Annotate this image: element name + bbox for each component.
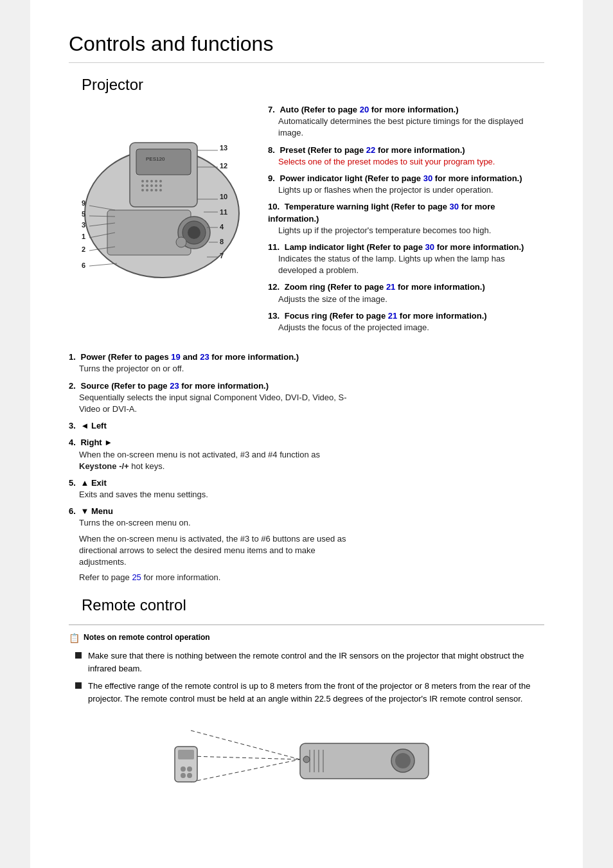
remote-svg — [172, 718, 441, 801]
bullet-text-2: The effective range of the remote contro… — [88, 680, 544, 705]
svg-point-56 — [187, 766, 192, 772]
item-10: 10. Temperature warning light (Refer to … — [268, 201, 544, 236]
svg-point-58 — [187, 773, 192, 778]
svg-point-13 — [141, 189, 144, 191]
svg-point-7 — [159, 180, 162, 182]
svg-point-11 — [155, 184, 157, 187]
item-5: 5. ▲ Exit Exits and saves the menu setti… — [69, 477, 351, 500]
svg-text:10: 10 — [220, 193, 227, 200]
item-2: 2. Source (Refer to page 23 for more inf… — [69, 380, 351, 416]
remote-diagram-area — [69, 718, 544, 801]
projector-diagram-area: PES120 13 12 10 11 — [69, 104, 255, 339]
svg-point-5 — [150, 180, 153, 182]
item-8: 8. Preset (Refer to page 22 for more inf… — [268, 145, 544, 168]
svg-text:7: 7 — [220, 252, 224, 260]
svg-point-65 — [395, 753, 411, 768]
link-20[interactable]: 20 — [360, 105, 369, 114]
link-21b[interactable]: 21 — [388, 311, 397, 321]
svg-point-23 — [176, 237, 186, 247]
link-23a[interactable]: 23 — [200, 352, 209, 362]
item-9: 9. Power indicator light (Refer to page … — [268, 173, 544, 196]
bullet-item-1: Make sure that there is nothing between … — [75, 650, 544, 675]
svg-text:4: 4 — [220, 223, 224, 231]
link-30c[interactable]: 30 — [425, 242, 434, 252]
remote-section: Remote control 📋 Notes on remote control… — [69, 596, 544, 801]
projector-svg: PES120 13 12 10 11 — [69, 104, 249, 294]
item-1: 1. Power (Refer to pages 19 and 23 for m… — [69, 351, 351, 375]
svg-text:5: 5 — [82, 210, 85, 218]
page-container: Controls and functions Projector — [30, 0, 583, 868]
item-13: 13. Focus ring (Refer to page 21 for mor… — [268, 310, 544, 333]
svg-point-55 — [181, 766, 186, 772]
svg-line-52 — [191, 759, 300, 782]
svg-point-6 — [155, 180, 157, 182]
left-items-section: 1. Power (Refer to pages 19 and 23 for m… — [69, 351, 351, 583]
bullet-icon-2 — [75, 682, 82, 689]
svg-text:11: 11 — [220, 208, 227, 216]
item-12: 12. Zoom ring (Refer to page 21 for more… — [268, 281, 544, 305]
svg-line-51 — [191, 756, 300, 759]
svg-point-17 — [159, 189, 162, 191]
notes-box: 📋 Notes on remote control operation — [69, 633, 544, 643]
item-7: 7. Auto (Refer to page 20 for more infor… — [268, 104, 544, 139]
link-22[interactable]: 22 — [366, 145, 375, 155]
remote-heading: Remote control — [82, 596, 544, 614]
svg-text:3: 3 — [82, 221, 85, 229]
svg-point-14 — [146, 189, 148, 191]
svg-point-15 — [150, 189, 153, 191]
svg-point-12 — [159, 184, 162, 187]
svg-point-22 — [188, 226, 200, 239]
bullet-item-2: The effective range of the remote contro… — [75, 680, 544, 705]
svg-text:8: 8 — [220, 238, 224, 245]
svg-line-49 — [89, 263, 117, 266]
link-21a[interactable]: 21 — [386, 282, 395, 292]
bullet-icon-1 — [75, 652, 82, 659]
notes-icon: 📋 — [69, 633, 80, 643]
section-divider — [69, 624, 544, 625]
page-title: Controls and functions — [69, 32, 544, 63]
svg-text:1: 1 — [82, 233, 85, 240]
right-items-column: 7. Auto (Refer to page 20 for more infor… — [268, 104, 544, 339]
svg-point-66 — [303, 756, 310, 763]
link-30a[interactable]: 30 — [423, 173, 432, 183]
projector-heading: Projector — [82, 76, 544, 94]
item-4: 4. Right ► When the on-screen menu is no… — [69, 437, 351, 472]
svg-text:12: 12 — [220, 162, 227, 170]
svg-line-50 — [191, 731, 300, 759]
svg-point-8 — [141, 184, 144, 187]
bullet-text-1: Make sure that there is nothing between … — [88, 650, 544, 675]
svg-rect-54 — [178, 750, 194, 759]
svg-text:2: 2 — [82, 245, 85, 253]
svg-point-10 — [150, 184, 153, 187]
svg-point-9 — [146, 184, 148, 187]
svg-point-3 — [141, 180, 144, 182]
svg-text:PES120: PES120 — [146, 156, 165, 162]
notes-label: Notes on remote control operation — [84, 633, 210, 642]
link-30b[interactable]: 30 — [450, 202, 459, 211]
item-6: 6. ▼ Menu Turns the on-screen menu on. W… — [69, 506, 351, 583]
svg-point-16 — [155, 189, 157, 191]
item-3: 3. ◄ Left — [69, 420, 351, 432]
svg-text:13: 13 — [220, 144, 227, 152]
svg-rect-2 — [136, 149, 191, 175]
link-23b[interactable]: 23 — [170, 381, 179, 391]
svg-point-4 — [146, 180, 148, 182]
svg-text:9: 9 — [82, 199, 85, 207]
svg-text:6: 6 — [82, 261, 85, 269]
svg-point-57 — [181, 773, 186, 778]
link-19[interactable]: 19 — [171, 352, 180, 362]
item-11: 11. Lamp indicator light (Refer to page … — [268, 242, 544, 277]
link-25[interactable]: 25 — [132, 572, 141, 582]
